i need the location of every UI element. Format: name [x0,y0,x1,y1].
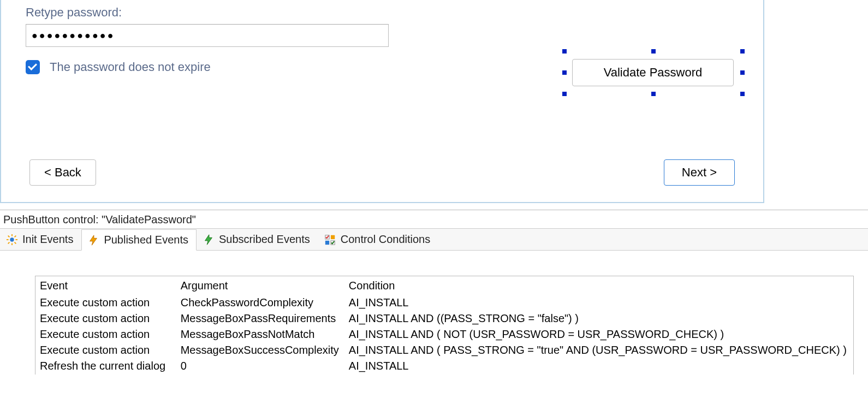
cell-argument: CheckPasswordComplexity [177,295,344,310]
cell-event: Execute custom action [37,295,176,310]
gear-icon [6,234,18,246]
col-event-header[interactable]: Event [37,277,176,294]
retype-password-label: Retype password: [26,5,739,20]
svg-line-5 [8,235,10,237]
checklist-icon [324,234,336,246]
table-header-row: Event Argument Condition [37,277,852,294]
table-row[interactable]: Execute custom action CheckPasswordCompl… [37,295,852,310]
retype-password-field[interactable]: ●●●●●●●●●●● [26,24,389,47]
next-button[interactable]: Next > [664,159,735,186]
back-button[interactable]: < Back [29,159,96,186]
resize-handle-ml[interactable] [562,70,567,75]
cell-event: Execute custom action [37,343,176,358]
properties-panel-title: PushButton control: "ValidatePassword" [0,210,868,229]
cell-condition: AI_INSTALL [346,295,852,310]
col-argument-header[interactable]: Argument [177,277,344,294]
cell-event: Refresh the current dialog [37,359,176,373]
resize-handle-mr[interactable] [740,70,745,75]
cell-condition: AI_INSTALL AND ( PASS_STRONG = "true" AN… [346,343,852,358]
resize-handle-bl[interactable] [562,92,567,96]
tab-init-events[interactable]: Init Events [0,229,81,250]
dialog-preview-panel: Retype password: ●●●●●●●●●●● The passwor… [0,0,764,203]
svg-point-0 [10,237,14,241]
wizard-nav-row: < Back Next > [29,159,735,186]
cell-condition: AI_INSTALL [346,359,852,373]
resize-handle-tr[interactable] [740,49,745,54]
cell-argument: MessageBoxPassNotMatch [177,327,344,342]
tab-published-events[interactable]: Published Events [81,229,197,251]
lightning-out-icon [87,234,99,246]
cell-condition: AI_INSTALL AND ( NOT (USR_PASSWORD = USR… [346,327,852,342]
resize-handle-br[interactable] [740,92,745,96]
password-mask: ●●●●●●●●●●● [32,30,115,41]
cell-argument: 0 [177,359,344,373]
tab-control-conditions-label: Control Conditions [341,233,431,246]
svg-line-6 [15,242,16,243]
col-condition-header[interactable]: Condition [346,277,852,294]
events-tabstrip: Init Events Published Events Subscribed … [0,229,868,251]
tab-subscribed-events[interactable]: Subscribed Events [197,229,318,250]
table-row[interactable]: Execute custom action MessageBoxPassNotM… [37,327,852,342]
table-row[interactable]: Refresh the current dialog 0 AI_INSTALL [37,359,852,373]
password-not-expire-label: The password does not expire [50,60,211,74]
svg-line-8 [15,235,16,237]
resize-handle-bm[interactable] [651,92,656,96]
svg-rect-11 [325,240,329,244]
validate-password-label: Validate Password [604,66,703,80]
svg-rect-10 [331,235,335,239]
cell-event: Execute custom action [37,327,176,342]
table-row[interactable]: Execute custom action MessageBoxSuccessC… [37,343,852,358]
tab-init-events-label: Init Events [22,233,73,246]
published-events-table[interactable]: Event Argument Condition Execute custom … [35,276,854,375]
tab-subscribed-events-label: Subscribed Events [219,233,310,246]
cell-argument: MessageBoxPassRequirements [177,311,344,326]
resize-handle-tm[interactable] [651,49,656,54]
next-button-label: Next > [682,165,717,180]
cell-condition: AI_INSTALL AND ((PASS_STRONG = "false") … [346,311,852,326]
tab-control-conditions[interactable]: Control Conditions [318,229,439,250]
validate-password-button[interactable]: Validate Password [572,59,734,86]
resize-handle-tl[interactable] [562,49,567,54]
password-not-expire-checkbox[interactable] [26,60,40,74]
lightning-in-icon [203,234,215,246]
cell-argument: MessageBoxSuccessComplexity [177,343,344,358]
tab-published-events-label: Published Events [104,234,188,246]
table-row[interactable]: Execute custom action MessageBoxPassRequ… [37,311,852,326]
back-button-label: < Back [44,165,81,180]
cell-event: Execute custom action [37,311,176,326]
selected-control-wrapper[interactable]: Validate Password [564,51,742,94]
svg-line-7 [8,242,10,243]
